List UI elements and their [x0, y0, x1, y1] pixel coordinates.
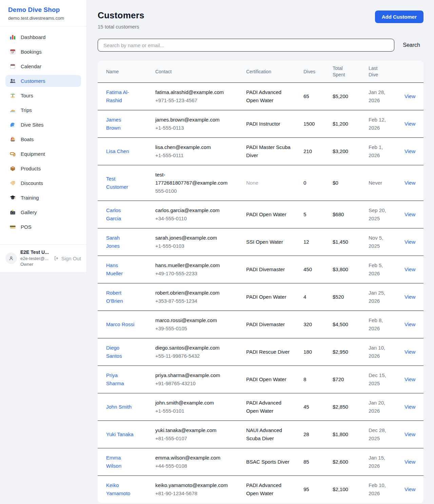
customer-name-link[interactable]: Diego Santos — [106, 344, 135, 360]
sidebar-item-label: POS — [21, 224, 32, 230]
customer-name-link[interactable]: Keiko Yamamoto — [106, 481, 135, 498]
name-cell: Yuki Tanaka — [106, 430, 155, 438]
last-dive-cell: Feb 10, 2026 — [369, 481, 405, 498]
table-row: Fatima Al-Rashid fatima.alrashid@example… — [98, 83, 423, 110]
sidebar-item-discounts[interactable]: Discounts — [5, 177, 81, 189]
sidebar-item-pos[interactable]: POS — [5, 221, 81, 233]
customer-count: 15 total customers — [98, 24, 144, 30]
view-link[interactable]: View — [405, 180, 415, 186]
action-cell: View — [405, 265, 415, 274]
sidebar-item-gallery[interactable]: Gallery — [5, 206, 81, 218]
products-icon — [9, 165, 16, 172]
customer-phone: +81-90-1234-5678 — [155, 489, 246, 498]
view-link[interactable]: View — [405, 294, 415, 300]
add-customer-button[interactable]: Add Customer — [375, 11, 423, 23]
customer-phone: +353-87-555-1234 — [155, 297, 246, 305]
view-link[interactable]: View — [405, 211, 415, 217]
customer-phone: +91-98765-43210 — [155, 379, 246, 388]
customer-name-link[interactable]: Emma Wilson — [106, 454, 135, 470]
view-link[interactable]: View — [405, 266, 415, 272]
view-link[interactable]: View — [405, 93, 415, 99]
sidebar-item-bookings[interactable]: 17 Bookings — [5, 46, 81, 58]
sidebar-item-label: Tours — [21, 93, 33, 98]
search-input[interactable] — [98, 39, 394, 52]
customer-name-link[interactable]: John Smith — [106, 403, 132, 411]
total-spent-cell: $4,500 — [333, 320, 369, 329]
sidebar-item-label: Bookings — [21, 49, 42, 55]
sidebar-item-tours[interactable]: Tours — [5, 90, 81, 101]
action-cell: View — [405, 320, 415, 329]
action-cell: View — [405, 485, 415, 493]
contact-cell: john.smith@example.com +1-555-0101 — [155, 399, 246, 415]
dives-cell: 12 — [303, 238, 333, 246]
bookings-icon: 17 — [9, 49, 16, 55]
sidebar-item-products[interactable]: Products — [5, 163, 81, 174]
total-spent-cell: $0 — [333, 179, 369, 187]
customer-name-link[interactable]: Marco Rossi — [106, 320, 134, 329]
sidebar-item-dashboard[interactable]: Dashboard — [5, 31, 81, 43]
customer-name-link[interactable]: Sarah Jones — [106, 234, 135, 250]
view-link[interactable]: View — [405, 321, 415, 327]
last-dive-cell: Dec 28, 2025 — [369, 426, 405, 443]
customer-name-link[interactable]: Yuki Tanaka — [106, 430, 134, 438]
customer-email: emma.wilson@example.com — [155, 454, 246, 462]
sidebar-item-label: Trips — [21, 107, 32, 113]
user-role: Owner — [20, 261, 49, 267]
view-link[interactable]: View — [405, 376, 415, 382]
name-cell: Test Customer — [106, 175, 155, 191]
total-spent-cell: $3,200 — [333, 147, 369, 155]
last-dive-cell: Feb 1, 2026 — [369, 143, 405, 160]
view-link[interactable]: View — [405, 404, 415, 410]
name-cell: Robert O'Brien — [106, 289, 155, 305]
dives-cell: 65 — [303, 92, 333, 100]
customer-phone: +81-555-0107 — [155, 434, 246, 443]
sidebar-item-equipment[interactable]: Equipment — [5, 148, 81, 160]
contact-cell: sarah.jones@example.com +1-555-0103 — [155, 234, 246, 250]
customer-phone: +1-555-0103 — [155, 242, 246, 250]
action-cell: View — [405, 92, 415, 100]
sidebar-header: Demo Dive Shop demo.test.divestreams.com — [0, 0, 86, 26]
total-spent-cell: $5,200 — [333, 92, 369, 100]
sidebar-item-trips[interactable]: Trips — [5, 104, 81, 116]
user-section: E2E Test U... e2e-tester@... Owner Sign … — [0, 244, 86, 272]
certification-cell: SSI Open Water — [246, 238, 303, 246]
trips-icon — [9, 107, 16, 113]
customer-name-link[interactable]: Test Customer — [106, 175, 135, 191]
table-row: James Brown james.brown@example.com +1-5… — [98, 110, 423, 138]
contact-cell: fatima.alrashid@example.com +971-55-123-… — [155, 88, 246, 105]
customer-name-link[interactable]: Priya Sharma — [106, 371, 135, 388]
customer-name-link[interactable]: Fatima Al-Rashid — [106, 88, 135, 105]
customer-name-link[interactable]: Robert O'Brien — [106, 289, 135, 305]
customer-name-link[interactable]: Carlos Garcia — [106, 206, 135, 223]
view-link[interactable]: View — [405, 459, 415, 465]
sidebar-item-training[interactable]: Training — [5, 192, 81, 204]
sidebar-item-label: Calendar — [21, 63, 41, 69]
sidebar-item-calendar[interactable]: Calendar — [5, 60, 81, 72]
view-link[interactable]: View — [405, 431, 415, 437]
sidebar-item-boats[interactable]: Boats — [5, 133, 81, 145]
customer-email: marco.rossi@example.com — [155, 316, 246, 324]
sidebar-item-customers[interactable]: Customers — [5, 75, 81, 87]
customer-name-link[interactable]: Hans Mueller — [106, 261, 135, 278]
training-icon — [9, 194, 16, 201]
table-row: Sarah Jones sarah.jones@example.com +1-5… — [98, 228, 423, 256]
sidebar-item-label: Dashboard — [21, 34, 45, 40]
customer-name-link[interactable]: Lisa Chen — [106, 147, 129, 155]
sign-out-button[interactable]: Sign Out — [54, 256, 81, 261]
name-cell: Hans Mueller — [106, 261, 155, 278]
sidebar-item-label: Equipment — [21, 151, 45, 157]
view-link[interactable]: View — [405, 486, 415, 492]
contact-cell: hans.mueller@example.com +49-170-555-223… — [155, 261, 246, 278]
user-avatar — [5, 253, 17, 264]
view-link[interactable]: View — [405, 121, 415, 127]
view-link[interactable]: View — [405, 349, 415, 355]
view-link[interactable]: View — [405, 148, 415, 154]
customer-email: priya.sharma@example.com — [155, 371, 246, 379]
name-cell: John Smith — [106, 403, 155, 411]
name-cell: Carlos Garcia — [106, 206, 155, 223]
customer-name-link[interactable]: James Brown — [106, 116, 135, 132]
action-cell: View — [405, 458, 415, 466]
sidebar-item-dive-sites[interactable]: Dive Sites — [5, 119, 81, 131]
view-link[interactable]: View — [405, 239, 415, 245]
search-button[interactable]: Search — [399, 42, 423, 48]
